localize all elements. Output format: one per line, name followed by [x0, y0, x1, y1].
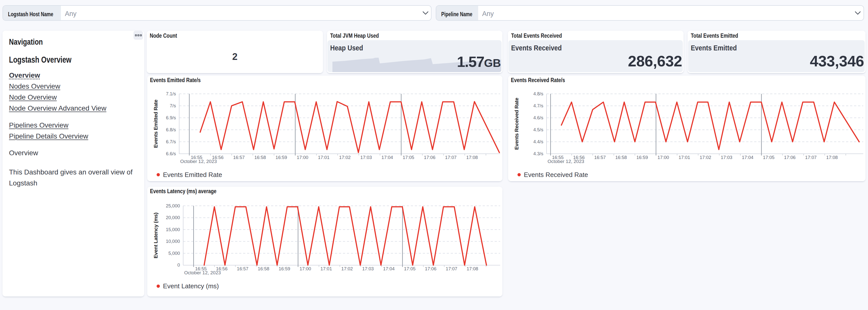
svg-text:4.6/s: 4.6/s — [533, 115, 543, 120]
svg-text:6.9/s: 6.9/s — [166, 115, 176, 120]
svg-text:17:01: 17:01 — [679, 155, 690, 160]
svg-text:20,000: 20,000 — [166, 215, 180, 220]
svg-text:17:07: 17:07 — [445, 155, 457, 160]
svg-text:7/s: 7/s — [170, 103, 176, 108]
svg-text:4.3/s: 4.3/s — [533, 151, 543, 156]
svg-text:16:59: 16:59 — [637, 155, 648, 160]
svg-text:16:58: 16:58 — [615, 155, 627, 160]
svg-text:17:01: 17:01 — [320, 266, 332, 271]
svg-text:17:00: 17:00 — [658, 155, 669, 160]
svg-text:Event Latency (ms): Event Latency (ms) — [163, 282, 219, 290]
svg-text:15,000: 15,000 — [166, 227, 180, 232]
svg-text:16:59: 16:59 — [276, 155, 287, 160]
svg-text:17:06: 17:06 — [784, 155, 796, 160]
svg-text:6.8/s: 6.8/s — [166, 127, 176, 132]
svg-text:Event Latency (ms): Event Latency (ms) — [153, 213, 158, 258]
svg-text:7.1/s: 7.1/s — [166, 91, 176, 96]
svg-text:6.6/s: 6.6/s — [166, 151, 176, 156]
svg-text:17:00: 17:00 — [297, 155, 308, 160]
svg-text:17:05: 17:05 — [763, 155, 774, 160]
svg-text:16:59: 16:59 — [279, 266, 290, 271]
svg-text:17:04: 17:04 — [742, 155, 753, 160]
svg-text:Events Emitted Rate: Events Emitted Rate — [163, 171, 222, 179]
svg-text:Events Emitted Rate: Events Emitted Rate — [153, 100, 158, 148]
svg-text:17:01: 17:01 — [318, 155, 330, 160]
svg-text:17:07: 17:07 — [446, 266, 457, 271]
svg-text:October 12, 2023: October 12, 2023 — [548, 159, 584, 164]
svg-text:17:06: 17:06 — [425, 266, 436, 271]
svg-text:17:02: 17:02 — [341, 266, 353, 271]
svg-text:25,000: 25,000 — [166, 203, 180, 209]
svg-text:17:08: 17:08 — [466, 155, 478, 160]
svg-text:Events Received Rate: Events Received Rate — [514, 98, 519, 150]
svg-text:4.8/s: 4.8/s — [533, 91, 543, 96]
svg-text:17:05: 17:05 — [404, 266, 415, 271]
svg-text:17:07: 17:07 — [805, 155, 816, 160]
svg-text:October 12, 2023: October 12, 2023 — [180, 159, 217, 164]
svg-text:17:02: 17:02 — [700, 155, 711, 160]
svg-text:17:06: 17:06 — [424, 155, 435, 160]
svg-text:16:57: 16:57 — [233, 155, 245, 160]
svg-text:17:04: 17:04 — [383, 266, 395, 271]
svg-text:October 12, 2023: October 12, 2023 — [184, 270, 221, 275]
svg-text:4.5/s: 4.5/s — [533, 127, 543, 132]
svg-text:6.7/s: 6.7/s — [166, 139, 176, 144]
svg-text:17:08: 17:08 — [467, 266, 478, 271]
svg-text:17:08: 17:08 — [826, 155, 838, 160]
svg-text:5,000: 5,000 — [168, 251, 180, 256]
svg-text:16:58: 16:58 — [258, 266, 269, 271]
svg-text:17:03: 17:03 — [361, 155, 372, 160]
svg-text:0: 0 — [178, 262, 180, 268]
svg-text:16:57: 16:57 — [594, 155, 606, 160]
svg-text:17:04: 17:04 — [381, 155, 393, 160]
svg-text:16:58: 16:58 — [254, 155, 266, 160]
svg-text:4.4/s: 4.4/s — [533, 139, 543, 144]
svg-text:17:03: 17:03 — [362, 266, 374, 271]
svg-text:10,000: 10,000 — [166, 239, 180, 244]
svg-text:4.7/s: 4.7/s — [533, 103, 543, 108]
svg-text:17:02: 17:02 — [339, 155, 351, 160]
svg-text:17:05: 17:05 — [403, 155, 414, 160]
svg-text:Events Received Rate: Events Received Rate — [524, 171, 588, 179]
svg-text:16:57: 16:57 — [237, 266, 248, 271]
svg-text:17:00: 17:00 — [300, 266, 311, 271]
svg-text:17:03: 17:03 — [721, 155, 732, 160]
